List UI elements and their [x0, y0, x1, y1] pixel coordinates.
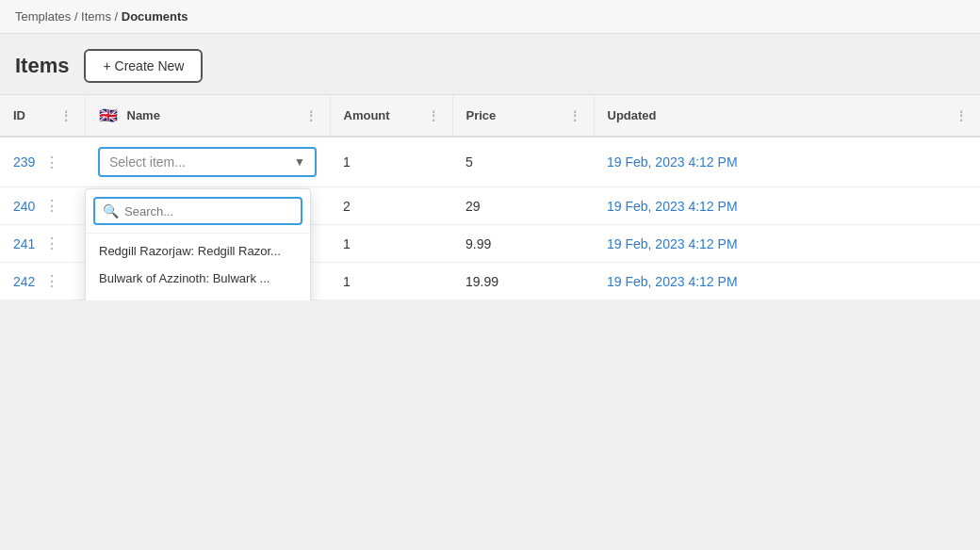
items-table: ID ⋮ 🇬🇧 Name ⋮ Amount ⋮: [0, 95, 980, 300]
cell-price-239: 5: [452, 137, 594, 187]
cell-price-242: 19.99: [452, 263, 594, 300]
dropdown-search-wrap: 🔍: [86, 189, 310, 234]
dropdown-panel: 🔍 Redgill Razorjaw: Redgill Razor... Bul…: [85, 188, 311, 300]
cell-updated-241: 19 Feb, 2023 4:12 PM: [594, 225, 980, 263]
page-title: Items: [15, 54, 69, 78]
column-header-amount: Amount ⋮: [330, 95, 452, 137]
breadcrumb-items[interactable]: Items: [81, 9, 111, 24]
name-col-icon[interactable]: ⋮: [305, 109, 317, 122]
cell-id-241: 241 ⋮: [0, 225, 85, 263]
cell-updated-242: 19 Feb, 2023 4:12 PM: [594, 263, 980, 300]
breadcrumb-templates[interactable]: Templates: [15, 9, 71, 24]
cell-price-241: 9.99: [452, 225, 594, 263]
row-menu-241[interactable]: ⋮: [41, 235, 63, 252]
dropdown-search-box: 🔍: [93, 197, 302, 225]
cell-updated-240: 19 Feb, 2023 4:12 PM: [594, 187, 980, 225]
list-item[interactable]: Slam: Slam: [86, 292, 310, 300]
cell-price-240: 29: [452, 187, 594, 225]
table-row: 239 ⋮ Select item... ▼ 🔍: [0, 137, 980, 187]
row-menu-240[interactable]: ⋮: [41, 197, 63, 215]
dropdown-items: Redgill Razorjaw: Redgill Razor... Bulwa…: [86, 234, 310, 300]
column-header-name: 🇬🇧 Name ⋮: [85, 95, 330, 137]
cell-id-242: 242 ⋮: [0, 263, 85, 300]
id-col-icon[interactable]: ⋮: [60, 109, 72, 122]
flag-icon: 🇬🇧: [99, 106, 118, 124]
column-header-updated: Updated ⋮: [594, 95, 980, 137]
cell-updated-239: 19 Feb, 2023 4:12 PM: [594, 137, 980, 187]
cell-amount-239: 1: [330, 137, 452, 187]
column-header-price: Price ⋮: [452, 95, 594, 137]
breadcrumb: Templates / Items / Documents: [0, 0, 980, 34]
chevron-down-icon: ▼: [294, 155, 305, 169]
name-select-239[interactable]: Select item... ▼: [98, 147, 317, 177]
table-container: ID ⋮ 🇬🇧 Name ⋮ Amount ⋮: [0, 94, 980, 300]
cell-name-239: Select item... ▼ 🔍 Redgill Razorjaw: R: [85, 137, 330, 187]
row-menu-239[interactable]: ⋮: [41, 154, 63, 171]
breadcrumb-documents: Documents: [122, 9, 188, 24]
column-header-id: ID ⋮: [0, 95, 85, 137]
list-item[interactable]: Redgill Razorjaw: Redgill Razor...: [86, 237, 310, 265]
list-item[interactable]: Bulwark of Azzinoth: Bulwark ...: [86, 265, 310, 292]
cell-id-240: 240 ⋮: [0, 187, 85, 225]
updated-col-icon[interactable]: ⋮: [956, 109, 967, 122]
cell-amount-240: 2: [330, 187, 452, 225]
row-menu-242[interactable]: ⋮: [41, 272, 63, 290]
price-col-icon[interactable]: ⋮: [569, 109, 580, 122]
table-header-row: ID ⋮ 🇬🇧 Name ⋮ Amount ⋮: [0, 95, 980, 137]
amount-col-icon[interactable]: ⋮: [428, 109, 439, 122]
search-icon: 🔍: [103, 203, 119, 218]
page-header: Items + Create New: [0, 34, 980, 94]
search-input[interactable]: [124, 204, 293, 218]
select-placeholder: Select item...: [109, 154, 186, 170]
cell-amount-241: 1: [330, 225, 452, 263]
cell-id-239: 239 ⋮: [0, 137, 85, 187]
cell-amount-242: 1: [330, 263, 452, 300]
create-new-button[interactable]: + Create New: [84, 49, 203, 83]
